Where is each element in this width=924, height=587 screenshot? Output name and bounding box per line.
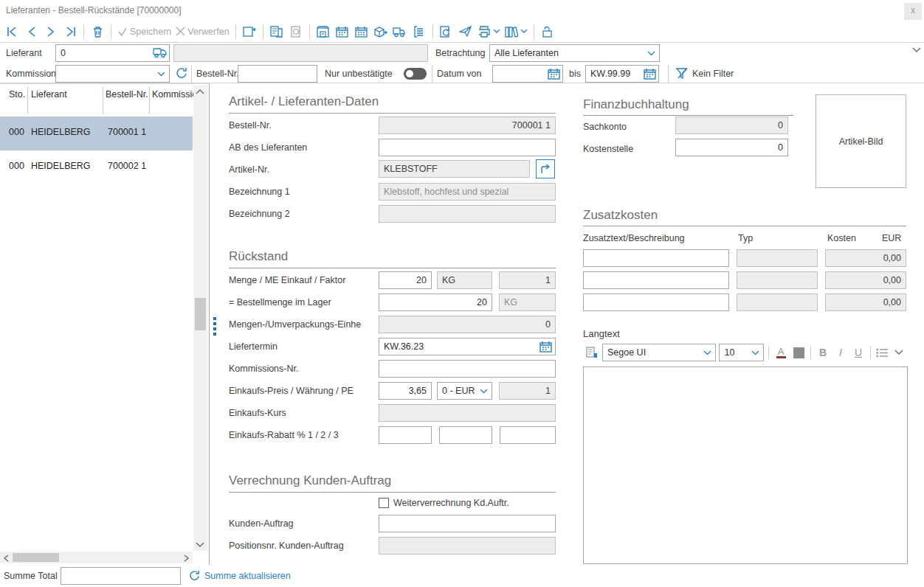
bestellmenge-input[interactable] [379, 294, 492, 311]
font-color-button[interactable]: A [773, 344, 788, 361]
nur-unbestaetigte-toggle[interactable] [404, 68, 427, 80]
document-disabled-button[interactable] [287, 23, 305, 41]
kommission-select[interactable] [55, 65, 170, 83]
zusatztext-input-2[interactable] [583, 271, 729, 289]
bestellnr-field: 700001 1 [379, 117, 556, 134]
table-row[interactable]: 000 HEIDELBERG 700002 1 [0, 150, 193, 184]
scroll-left-icon[interactable] [3, 555, 9, 562]
nav-next-button[interactable] [42, 23, 60, 41]
unlock-button[interactable] [539, 23, 556, 41]
ab-lieferant-input[interactable] [379, 139, 556, 156]
nav-last-button[interactable] [61, 23, 79, 41]
zusatztext-input-3[interactable] [583, 294, 729, 311]
calendar-icon[interactable] [539, 341, 552, 352]
truck-order-button[interactable] [391, 23, 409, 41]
delete-button[interactable] [89, 23, 106, 41]
rabatt3-input[interactable] [500, 426, 556, 444]
kostenstelle-input[interactable] [675, 139, 788, 156]
print-button[interactable] [476, 23, 502, 41]
nur-unbestaetigte-label: Nur unbestätigte [325, 65, 393, 83]
toolbar-separator [810, 346, 811, 359]
ekpreis-input[interactable] [379, 382, 432, 400]
font-size-select[interactable]: 10 [719, 344, 764, 361]
italic-button[interactable]: I [833, 344, 848, 361]
column-header-bestellnr[interactable]: Bestell-Nr. [106, 89, 148, 100]
zusatztext-input-1[interactable] [583, 249, 729, 267]
positionsnr-field [379, 537, 556, 555]
rabatt1-input[interactable] [379, 426, 432, 444]
calendar-icon[interactable] [644, 68, 656, 80]
bestellnr-filter-input[interactable] [238, 65, 317, 83]
highlight-color-button[interactable] [791, 344, 806, 361]
liefertermin-input[interactable] [379, 338, 556, 355]
warehouse-button[interactable] [314, 23, 332, 41]
package-button[interactable] [372, 23, 390, 41]
datum-von-label: Datum von [437, 65, 481, 83]
send-button[interactable] [457, 23, 475, 41]
save-button[interactable]: Speichern [116, 23, 173, 41]
weiterverrechnung-checkbox[interactable] [379, 498, 389, 508]
rabatt2-input[interactable] [439, 426, 492, 444]
langtext-textarea[interactable] [583, 367, 908, 564]
refresh-kommission-icon[interactable] [176, 67, 188, 80]
kosten-field-3: 0,00 [825, 294, 906, 311]
toolbar-separator [432, 24, 433, 39]
window-flow-button[interactable] [241, 23, 258, 41]
column-header-kommission[interactable]: Kommissio [152, 89, 197, 100]
kommissionsnr-input[interactable] [379, 360, 556, 378]
artikel-jump-button[interactable] [536, 159, 555, 178]
bold-button[interactable]: B [816, 344, 830, 361]
summe-total-input[interactable] [61, 567, 181, 585]
document-refresh-button[interactable] [438, 23, 455, 41]
scrollbar-thumb[interactable] [13, 553, 59, 562]
panel-expand-chevron-icon[interactable] [912, 47, 921, 53]
nav-first-button[interactable] [4, 23, 21, 41]
waehrung-select[interactable]: 0 - EUR [437, 382, 492, 400]
waehrung-value: 0 - EUR [442, 386, 475, 396]
positions-list-button[interactable] [410, 23, 428, 41]
faktor-field: 1 [499, 271, 556, 289]
nav-next-icon [46, 27, 55, 37]
cell-sto: 000 [9, 127, 24, 137]
ekpreis-label: Einkaufs-Preis / Währung / PE [229, 382, 375, 400]
scroll-right-icon[interactable] [184, 555, 190, 562]
more-options-button[interactable] [892, 344, 906, 361]
splitter-handle[interactable] [213, 317, 216, 338]
clear-filter-icon[interactable] [675, 67, 689, 80]
paste-text-button[interactable] [585, 344, 599, 361]
me-field: KG [437, 271, 492, 289]
table-row[interactable]: 000 HEIDELBERG 700001 1 [0, 117, 193, 150]
table-horizontal-scrollbar[interactable] [0, 552, 193, 563]
nav-prev-button[interactable] [23, 23, 41, 41]
scroll-down-icon[interactable] [196, 542, 204, 548]
kundenauftrag-input[interactable] [379, 515, 556, 532]
toolbar-separator [83, 24, 84, 39]
summe-aktualisieren-link[interactable]: Summe aktualisieren [204, 567, 291, 585]
truck-lookup-icon[interactable] [153, 47, 167, 58]
calendar-month-button[interactable] [353, 23, 370, 41]
column-header-sto[interactable]: Sto. [9, 89, 25, 100]
filter-bar: Lieferant Betrachtung Alle Lieferanten K… [0, 43, 924, 83]
calendar-icon[interactable] [548, 68, 560, 80]
scroll-up-icon[interactable] [196, 88, 204, 94]
cell-lieferant: HEIDELBERG [31, 161, 91, 171]
column-separator [149, 87, 150, 114]
refresh-summe-icon[interactable] [189, 570, 201, 582]
copy-document-button[interactable] [268, 23, 286, 41]
scrollbar-thumb[interactable] [195, 298, 206, 330]
column-header-lieferant[interactable]: Lieferant [31, 89, 67, 100]
chevron-down-icon [493, 29, 500, 34]
reports-button[interactable] [503, 23, 529, 41]
menge-input[interactable] [379, 271, 432, 289]
close-button[interactable]: x [904, 3, 922, 20]
table-vertical-scrollbar[interactable] [193, 86, 207, 551]
calendar-week-button[interactable] [334, 23, 351, 41]
betrachtung-select[interactable]: Alle Lieferanten [489, 44, 660, 62]
underline-button[interactable]: U [851, 344, 866, 361]
kosten-column-label: Kosten [827, 229, 856, 247]
font-select[interactable]: Segoe UI [602, 344, 716, 361]
bestellmenge-me-field: KG [499, 294, 556, 311]
bullet-list-button[interactable] [875, 344, 890, 361]
discard-button[interactable]: Verwerfen [174, 23, 230, 41]
window-title: Lieferanten - Bestell-Rückstände [700000… [6, 5, 182, 15]
